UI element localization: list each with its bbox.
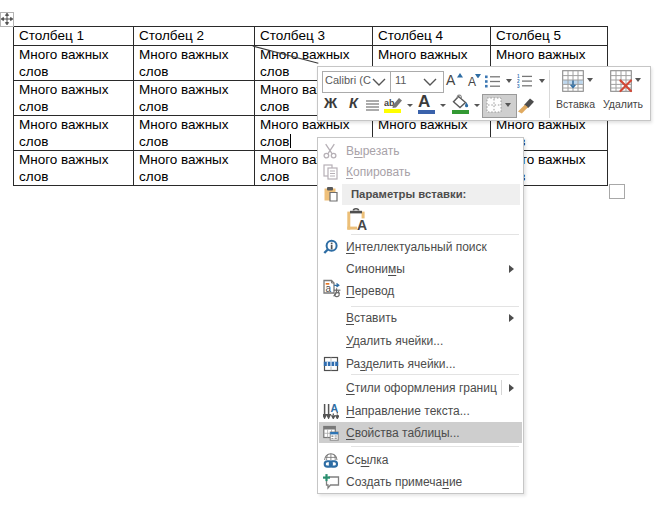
svg-text:A: A [357, 217, 367, 230]
svg-text:a: a [325, 283, 331, 294]
svg-text:3: 3 [517, 83, 520, 87]
